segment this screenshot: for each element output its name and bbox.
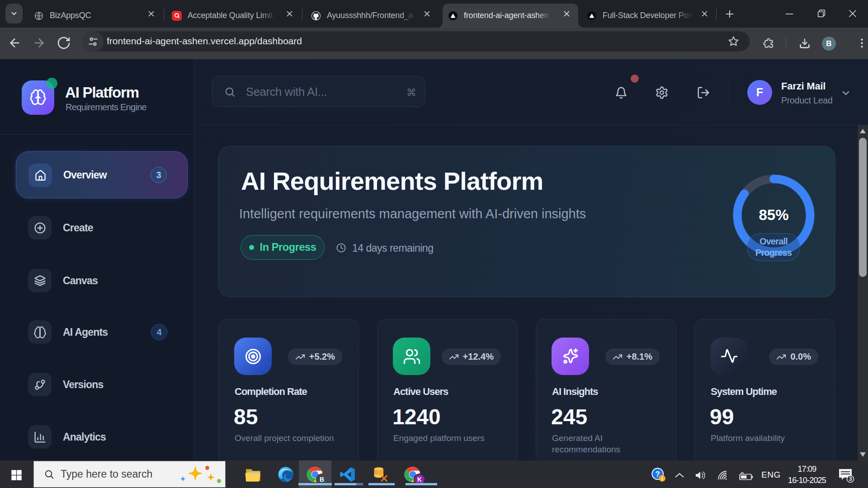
svg-text:3: 3 [849, 475, 852, 482]
